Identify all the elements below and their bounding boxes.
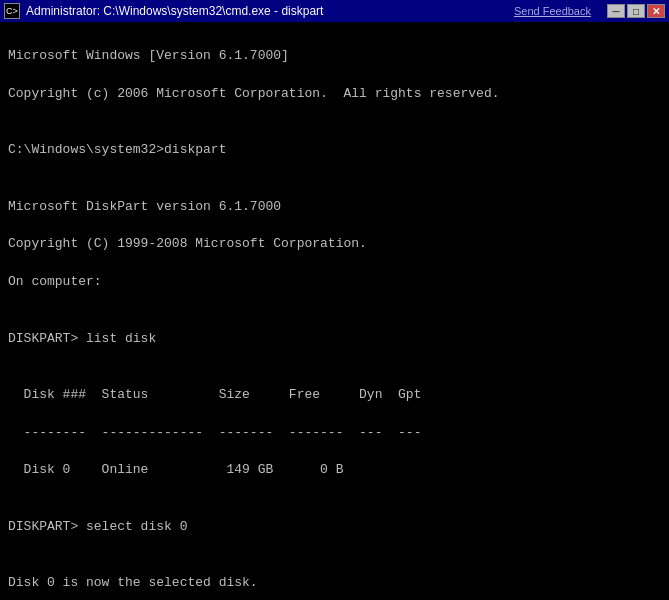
cmd-icon: C> bbox=[4, 3, 20, 19]
line-8: On computer: bbox=[8, 273, 661, 292]
line-6: Microsoft DiskPart version 6.1.7000 bbox=[8, 198, 661, 217]
line-4: C:\Windows\system32>diskpart bbox=[8, 141, 661, 160]
title-bar-left: C> Administrator: C:\Windows\system32\cm… bbox=[4, 3, 323, 19]
line-14: Disk 0 Online 149 GB 0 B bbox=[8, 461, 661, 480]
line-13: -------- ------------- ------- ------- -… bbox=[8, 424, 661, 443]
line-7: Copyright (C) 1999-2008 Microsoft Corpor… bbox=[8, 235, 661, 254]
maximize-button[interactable]: □ bbox=[627, 4, 645, 18]
line-18: Disk 0 is now the selected disk. bbox=[8, 574, 661, 593]
cmd-icon-label: C> bbox=[6, 6, 18, 16]
line-12: Disk ### Status Size Free Dyn Gpt bbox=[8, 386, 661, 405]
send-feedback-link[interactable]: Send Feedback bbox=[514, 5, 591, 17]
window-title: Administrator: C:\Windows\system32\cmd.e… bbox=[26, 4, 323, 18]
terminal-window[interactable]: Microsoft Windows [Version 6.1.7000] Cop… bbox=[0, 22, 669, 600]
close-button[interactable]: ✕ bbox=[647, 4, 665, 18]
line-1: Microsoft Windows [Version 6.1.7000] bbox=[8, 47, 661, 66]
line-2: Copyright (c) 2006 Microsoft Corporation… bbox=[8, 85, 661, 104]
title-bar: C> Administrator: C:\Windows\system32\cm… bbox=[0, 0, 669, 22]
minimize-button[interactable]: ─ bbox=[607, 4, 625, 18]
window-controls: ─ □ ✕ bbox=[607, 4, 665, 18]
line-10: DISKPART> list disk bbox=[8, 330, 661, 349]
line-16: DISKPART> select disk 0 bbox=[8, 518, 661, 537]
